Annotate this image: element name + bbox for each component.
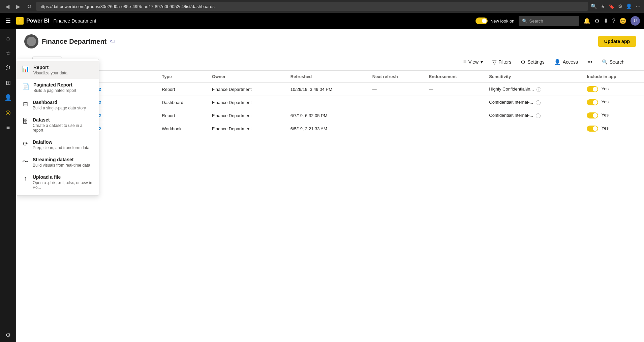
streaming-icon: 〜 bbox=[22, 158, 29, 166]
row-next-3: — bbox=[367, 122, 424, 135]
dropdown-item-paginated-report[interactable]: 📄 Paginated Report Build a paginated rep… bbox=[17, 79, 99, 96]
sidebar-recents-icon[interactable]: ⏱ bbox=[1, 61, 15, 75]
upload-desc: Open a .pbix, .rdl, .xlsx, or .csv in Po… bbox=[33, 180, 93, 190]
new-look-switch[interactable] bbox=[476, 18, 488, 24]
feedback-icon[interactable]: 😊 bbox=[619, 18, 626, 25]
more-button[interactable]: ••• bbox=[584, 57, 596, 67]
paginated-report-icon: 📄 bbox=[22, 83, 29, 90]
dataflow-title: Dataflow bbox=[33, 139, 89, 145]
topnav-search[interactable]: 🔍 Search bbox=[519, 16, 579, 26]
update-app-button[interactable]: Update app bbox=[598, 36, 636, 47]
dropdown-item-paginated-text: Paginated Report Build a paginated repor… bbox=[33, 82, 76, 93]
settings-icon[interactable]: ⚙ bbox=[594, 18, 600, 25]
view-button[interactable]: ≡ View ▾ bbox=[460, 57, 486, 67]
new-dropdown-menu: 📊 Report Visualize your data 📄 Paginated… bbox=[16, 59, 99, 196]
dashboard-desc: Build a single-page data story bbox=[33, 106, 86, 110]
upload-icon: ↑ bbox=[22, 175, 29, 182]
certified-icon: 🏷 bbox=[110, 38, 115, 44]
sidebar-settings-icon[interactable]: ⚙ bbox=[1, 329, 15, 342]
dropdown-item-dashboard[interactable]: ⊟ Dashboard Build a single-page data sto… bbox=[17, 96, 99, 114]
search-toolbar[interactable]: 🔍 Search bbox=[599, 57, 628, 67]
sensitivity-info-icon-1[interactable]: i bbox=[536, 100, 541, 105]
hamburger-menu-icon[interactable]: ☰ bbox=[4, 16, 12, 26]
bookmark-icon[interactable]: 🔖 bbox=[608, 3, 615, 9]
sensitivity-info-icon-2[interactable]: i bbox=[536, 113, 541, 118]
content-toolbar: ＋ New ▾ ≡ View ▾ ▽ Filters ⚙ Settings bbox=[24, 54, 636, 70]
topnav-right: New look on 🔍 Search 🔔 ⚙ ⬇ ? 😊 U bbox=[476, 16, 640, 26]
sidebar-favorites-icon[interactable]: ☆ bbox=[1, 46, 15, 60]
table-row: Sales & Returns Sample v201912 Report Fi… bbox=[16, 109, 644, 122]
view-chevron-icon: ▾ bbox=[481, 59, 483, 65]
row-next-0: — bbox=[367, 83, 424, 96]
new-look-toggle[interactable]: New look on bbox=[476, 18, 515, 24]
paginated-desc: Build a paginated report bbox=[33, 88, 76, 93]
sidebar-home-icon[interactable]: ⌂ bbox=[1, 32, 15, 45]
dropdown-item-report[interactable]: 📊 Report Visualize your data bbox=[17, 61, 99, 79]
search-placeholder: Search bbox=[529, 19, 543, 24]
user-avatar[interactable]: U bbox=[631, 16, 640, 26]
url-bar[interactable]: https://dxt.powerbi.com/groups/80e26d0a-… bbox=[36, 2, 588, 11]
view-label: View bbox=[468, 59, 479, 65]
dropdown-item-streaming[interactable]: 〜 Streaming dataset Build visuals from r… bbox=[17, 153, 99, 171]
nav-forward-button[interactable]: ▶ bbox=[14, 3, 22, 10]
search-toolbar-label: Search bbox=[610, 59, 624, 65]
dropdown-item-upload[interactable]: ↑ Upload a file Open a .pbix, .rdl, .xls… bbox=[17, 171, 99, 193]
col-endorsement: Endorsement bbox=[423, 71, 484, 83]
workspace-avatar bbox=[24, 34, 38, 48]
filters-label: Filters bbox=[498, 59, 511, 65]
workspace-title: Finance Department bbox=[42, 38, 106, 45]
pbi-logo-text: Power BI bbox=[26, 18, 49, 24]
col-include: Include in app bbox=[581, 71, 644, 83]
extensions-icon[interactable]: ⚙ bbox=[618, 3, 622, 9]
sidebar-workspaces-icon[interactable]: ◎ bbox=[1, 106, 15, 119]
include-toggle-0[interactable] bbox=[587, 86, 598, 92]
col-refreshed: Refreshed bbox=[285, 71, 367, 83]
sidebar-shared-icon[interactable]: 👤 bbox=[1, 91, 15, 104]
sidebar-dataflow-icon[interactable]: ≡ bbox=[1, 121, 15, 134]
pbi-logo-icon: ⚡ bbox=[16, 17, 24, 25]
data-table: Type Owner Refreshed Next refresh Endors… bbox=[16, 71, 644, 135]
row-endorsement-1: — bbox=[423, 96, 484, 109]
dropdown-item-dataset[interactable]: 🗄 Dataset Create a dataset to use in a r… bbox=[17, 114, 99, 136]
settings-button[interactable]: ⚙ Settings bbox=[517, 57, 548, 67]
access-button[interactable]: 👤 Access bbox=[551, 57, 581, 67]
row-refreshed-2: 6/7/19, 6:32:05 PM bbox=[285, 109, 367, 122]
streaming-desc: Build visuals from real-time data bbox=[33, 163, 90, 168]
zoom-icon[interactable]: 🔍 bbox=[591, 3, 597, 9]
profile-icon[interactable]: 👤 bbox=[626, 3, 632, 9]
data-table-area: Type Owner Refreshed Next refresh Endors… bbox=[16, 71, 644, 342]
sidebar-apps-icon[interactable]: ⊞ bbox=[1, 76, 15, 90]
col-sensitivity: Sensitivity bbox=[484, 71, 581, 83]
dashboard-title: Dashboard bbox=[33, 100, 86, 105]
row-next-2: — bbox=[367, 109, 424, 122]
include-toggle-1[interactable] bbox=[587, 99, 598, 105]
url-text: https://dxt.powerbi.com/groups/80e26d0a-… bbox=[39, 4, 215, 9]
sidebar: ⌂ ☆ ⏱ ⊞ 👤 ◎ ≡ ⚙ bbox=[0, 29, 16, 342]
person-icon: 👤 bbox=[554, 59, 561, 65]
dashboard-icon: ⊟ bbox=[22, 100, 29, 108]
row-include-2: Yes bbox=[581, 109, 644, 122]
filters-button[interactable]: ▽ Filters bbox=[489, 57, 515, 67]
dataflow-icon: ⟳ bbox=[22, 140, 29, 147]
nav-back-button[interactable]: ◀ bbox=[3, 3, 11, 10]
nav-refresh-button[interactable]: ↻ bbox=[25, 3, 33, 10]
table-row: Sales & Returns Sample v201912 Report Fi… bbox=[16, 83, 644, 96]
col-next-refresh: Next refresh bbox=[367, 71, 424, 83]
row-include-3: Yes bbox=[581, 122, 644, 135]
row-include-1: Yes bbox=[581, 96, 644, 109]
include-toggle-3[interactable] bbox=[587, 126, 598, 132]
dropdown-item-dataflow[interactable]: ⟳ Dataflow Prep, clean, and transform da… bbox=[17, 136, 99, 153]
table-body: Sales & Returns Sample v201912 Report Fi… bbox=[16, 83, 644, 135]
row-refreshed-0: 10/29/19, 3:49:04 PM bbox=[285, 83, 367, 96]
row-sensitivity-1: Confidential\Internal-... i bbox=[484, 96, 581, 109]
topnav-workspace-name: Finance Department bbox=[53, 18, 96, 24]
star-icon[interactable]: ★ bbox=[601, 3, 605, 9]
notifications-icon[interactable]: 🔔 bbox=[583, 18, 590, 25]
dataflow-desc: Prep, clean, and transform data bbox=[33, 145, 89, 150]
sensitivity-info-icon-0[interactable]: i bbox=[536, 87, 541, 92]
download-icon[interactable]: ⬇ bbox=[604, 18, 608, 25]
row-type-3: Workbook bbox=[156, 122, 207, 135]
help-icon[interactable]: ? bbox=[612, 18, 615, 24]
include-toggle-2[interactable] bbox=[587, 112, 598, 118]
menu-icon[interactable]: ⋯ bbox=[636, 3, 641, 9]
